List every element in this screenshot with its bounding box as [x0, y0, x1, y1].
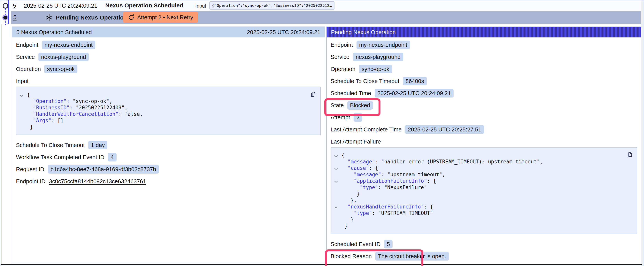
input-preview-pill: {"Operation":"sync-op-ok","BusinessID":"… [209, 1, 334, 10]
event-id-link[interactable]: 5 [13, 2, 16, 9]
scheduled-event-panel: 5 Nexus Operation Scheduled 2025-02-25 U… [12, 27, 325, 263]
field-label: Operation [330, 66, 355, 72]
timeline-active-bar [8, 1, 9, 24]
field-value-badge: b1c6a4bc-8ee7-468a-9169-df3b02c8737b [48, 165, 159, 174]
field-row: Endpoint ID3c0c75ccfa8144b092c13ce632463… [16, 177, 146, 186]
field-row: Workflow Task Completed Event ID4 [16, 153, 116, 161]
field-value-badge: 1 day [88, 141, 108, 149]
pending-panel-title: Pending Nexus Operation [331, 29, 396, 36]
field-label: Operation [16, 66, 41, 72]
field-value-badge: 5 [384, 240, 392, 248]
code-line: } [19, 124, 307, 130]
field-label: Endpoint [16, 42, 38, 48]
field-label: Endpoint [330, 42, 353, 48]
field-value-badge: 2 [354, 113, 362, 122]
pending-panel-header: Pending Nexus Operation [327, 27, 641, 38]
field-row: Input [16, 77, 32, 85]
field-row: StateBlocked [330, 101, 373, 110]
field-value-badge: Blocked [347, 101, 373, 110]
timeline-open-circle-icon[interactable] [3, 3, 8, 9]
code-line: "message": "handler error (UPSTREAM_TIME… [333, 159, 623, 165]
pending-operation-panel: Pending Nexus Operation Endpointmy-nexus… [326, 27, 642, 266]
field-row: Servicenexus-playground [16, 53, 89, 61]
retry-badge: Attempt 2 • Next Retry [123, 12, 198, 23]
field-label: Input [16, 78, 29, 84]
field-row: Schedule To Close Timeout1 day [16, 141, 108, 149]
code-line: "Operation": "sync-op-ok", [19, 98, 307, 105]
field-label: State [330, 102, 344, 109]
event-id-link[interactable]: 5 [13, 14, 16, 21]
field-row: Attempt2 [330, 113, 362, 122]
field-row: Operationsync-op-ok [16, 65, 78, 73]
field-row: Request IDb1c6a4bc-8ee7-468a-9169-df3b02… [16, 165, 159, 174]
field-label: Blocked Reason [330, 253, 372, 259]
event-row-scheduled[interactable]: 5 2025-02-25 UTC 20:24:09.21 Nexus Opera… [0, 1, 641, 11]
field-label: Last Attempt Complete Time [330, 126, 402, 133]
event-history-view: 5 2025-02-25 UTC 20:24:09.21 Nexus Opera… [0, 0, 644, 266]
event-row-pending[interactable]: 5 Pending Nexus Operation Attempt 2 • Ne… [11, 11, 641, 24]
field-value-badge: 2025-02-25 UTC 20:25:27.51 [405, 125, 484, 134]
code-line: { [333, 152, 623, 159]
field-label: Attempt [330, 114, 350, 121]
field-row: Last Attempt Failure [330, 137, 384, 146]
gutter-divider [1, 24, 2, 264]
field-value-badge: sync-op-ok [359, 65, 392, 73]
json-code-block: { "Operation": "sync-op-ok", "BusinessID… [16, 87, 321, 135]
field-label: Endpoint ID [16, 178, 46, 185]
field-row: Endpointmy-nexus-endpoint [16, 41, 95, 49]
chevron-down-icon[interactable] [334, 166, 338, 171]
code-line: "type": "UPSTREAM_TIMEOUT" [333, 210, 623, 216]
chevron-down-icon[interactable] [19, 93, 24, 98]
scheduled-panel-title: 5 Nexus Operation Scheduled [16, 29, 92, 36]
code-line: "Args": [] [19, 117, 307, 124]
field-row: Operationsync-op-ok [330, 65, 392, 73]
code-line: { [19, 92, 307, 98]
chevron-down-icon[interactable] [334, 179, 338, 184]
field-value-badge: nexus-playground [38, 53, 89, 61]
field-row: Blocked ReasonThe circuit breaker is ope… [330, 252, 449, 260]
copy-button[interactable] [626, 151, 634, 159]
field-label: Workflow Task Completed Event ID [16, 154, 104, 160]
pending-panel-body: Endpointmy-nexus-endpointServicenexus-pl… [327, 38, 641, 260]
code-line: "cause": { [333, 165, 623, 171]
code-line: }, [333, 197, 623, 204]
asterisk-icon [45, 14, 53, 22]
event-title: Nexus Operation Scheduled [105, 2, 183, 9]
field-row: Schedule To Close Timeout86400s [330, 77, 427, 85]
field-label: Schedule To Close Timeout [330, 78, 400, 84]
timeline-current-circle-icon[interactable] [3, 16, 7, 20]
field-label: Scheduled Event ID [330, 241, 380, 247]
field-row: Endpointmy-nexus-endpoint [330, 41, 410, 49]
field-row: Scheduled Time2025-02-25 UTC 20:24:09.21 [330, 89, 454, 98]
scheduled-panel-body: Endpointmy-nexus-endpointServicenexus-pl… [12, 38, 325, 186]
code-line: } [333, 191, 623, 197]
field-row: Scheduled Event ID5 [330, 240, 392, 248]
field-label: Service [16, 54, 35, 60]
field-label: Last Attempt Failure [330, 138, 381, 145]
scheduled-panel-header: 5 Nexus Operation Scheduled 2025-02-25 U… [12, 27, 325, 38]
retry-icon [128, 14, 134, 21]
field-value-badge: my-nexus-endpoint [42, 41, 96, 49]
bottom-divider [1, 264, 642, 265]
copy-button[interactable] [309, 90, 317, 98]
pending-title-group: Pending Nexus Operation [45, 14, 127, 22]
endpoint-id-link[interactable]: 3c0c75ccfa8144b092c13ce632463761 [49, 178, 146, 185]
field-value-badge: The circuit breaker is open. [375, 252, 449, 260]
json-code-block: { "message": "handler error (UPSTREAM_TI… [330, 147, 637, 234]
scheduled-panel-timestamp: 2025-02-25 UTC 20:24:09.21 [247, 29, 320, 36]
code-line: "type": "NexusFailure" [333, 184, 623, 191]
code-line: } [333, 223, 623, 229]
field-label: Scheduled Time [330, 90, 371, 97]
scrollbar-track[interactable] [641, 1, 644, 265]
input-label: Input [195, 3, 206, 9]
field-label: Request ID [16, 166, 44, 173]
field-row: Last Attempt Complete Time2025-02-25 UTC… [330, 125, 484, 134]
field-value-badge: 2025-02-25 UTC 20:24:09.21 [375, 89, 454, 98]
pending-title: Pending Nexus Operation [56, 14, 127, 21]
field-label: Service [330, 54, 350, 60]
chevron-down-icon[interactable] [334, 205, 338, 210]
chevron-down-icon[interactable] [334, 153, 338, 158]
field-label: Schedule To Close Timeout [16, 142, 85, 148]
field-value-badge: 86400s [403, 77, 427, 85]
retry-badge-label: Attempt 2 • Next Retry [137, 14, 193, 21]
